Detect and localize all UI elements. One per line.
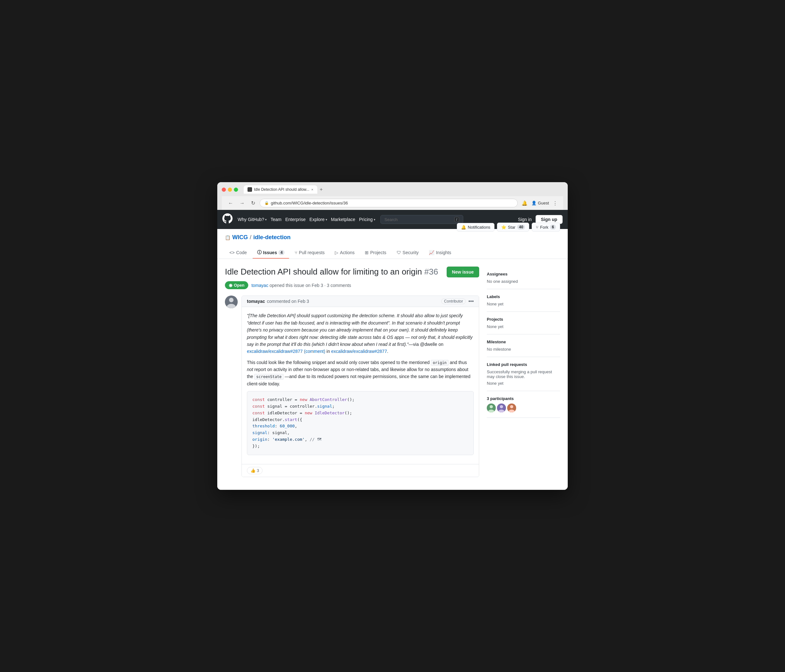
fork-count: 6 — [550, 225, 556, 230]
participant-avatar-3[interactable] — [507, 403, 516, 413]
tab-close-icon[interactable]: × — [311, 188, 313, 191]
link-excalidraw-pr[interactable]: excalidraw/excalidraw#2877 — [332, 349, 387, 354]
milestone-title: Milestone — [487, 339, 560, 344]
thumbsup-emoji: 👍 — [250, 468, 255, 473]
nav-why-github-label: Why GitHub? — [238, 217, 264, 222]
projects-value: None yet — [487, 324, 560, 329]
sidebar-labels: Labels None yet — [487, 289, 560, 312]
user-label: Guest — [538, 201, 549, 205]
avatar — [225, 295, 238, 308]
star-icon: ⭐ — [501, 225, 506, 230]
issue-opened-text: opened this issue on Feb 3 · 3 comments — [269, 283, 351, 288]
close-button[interactable] — [222, 188, 226, 192]
minimize-button[interactable] — [228, 188, 232, 192]
participants-avatars — [487, 403, 560, 413]
code-line-2: const signal = controller.signal; — [252, 403, 468, 410]
tab-title: Idle Detection API should allow... — [254, 187, 310, 192]
repo-org-link[interactable]: WICG — [232, 234, 248, 241]
comment-menu-button[interactable]: ••• — [468, 298, 474, 304]
issue-title: Idle Detection API should allow for limi… — [225, 267, 438, 277]
contributor-badge: Contributor — [441, 298, 466, 304]
more-options-button[interactable]: ⋮ — [552, 199, 559, 207]
linked-pr-value: None yet — [487, 381, 560, 386]
nav-why-github[interactable]: Why GitHub? ▾ — [238, 217, 267, 222]
tab-code[interactable]: <> Code — [225, 247, 251, 258]
repo-actions: 🔔 Notifications ⭐ Star 40 ⑂ Fork 6 — [457, 223, 560, 231]
security-icon: 🛡 — [397, 250, 401, 255]
labels-value: None yet — [487, 302, 560, 306]
repo-header: 📋 WICG / idle-detection 🔔 Notifications … — [217, 229, 568, 259]
maximize-button[interactable] — [234, 188, 238, 192]
notifications-label: Notifications — [468, 225, 490, 230]
new-tab-button[interactable]: + — [318, 185, 325, 194]
nav-marketplace[interactable]: Marketplace — [331, 217, 355, 222]
fork-button[interactable]: ⑂ Fork 6 — [532, 223, 560, 231]
notifications-button[interactable]: 🔔 Notifications — [457, 223, 494, 231]
bell-icon: 🔔 — [461, 225, 466, 230]
search-shortcut: / — [454, 217, 459, 222]
github-logo[interactable] — [222, 213, 233, 225]
tab-pr-label: Pull requests — [299, 250, 325, 255]
code-screenstate: screenState — [254, 374, 283, 380]
tab-issues[interactable]: ⓘ Issues 4 — [253, 247, 289, 259]
star-button[interactable]: ⭐ Star 40 — [497, 223, 529, 231]
refresh-button[interactable]: ↻ — [249, 199, 257, 207]
star-count: 40 — [517, 225, 525, 230]
issue-title-text: Idle Detection API should allow for limi… — [225, 267, 422, 277]
sign-in-link[interactable]: Sign in — [518, 217, 532, 222]
svg-point-10 — [510, 405, 513, 408]
comment-wrapper: tomayac commented on Feb 3 Contributor •… — [225, 295, 479, 477]
comment-header: tomayac commented on Feb 3 Contributor •… — [242, 296, 479, 307]
code-block: const controller = new AbortController()… — [247, 391, 474, 455]
nav-explore-label: Explore — [310, 217, 324, 222]
reaction-count: 3 — [257, 468, 259, 473]
tab-insights[interactable]: 📈 Insights — [424, 247, 455, 258]
pr-icon: ⑂ — [295, 250, 297, 255]
repo-tabs: <> Code ⓘ Issues 4 ⑂ Pull requests ▷ Act… — [225, 247, 560, 259]
status-text: Open — [234, 283, 244, 288]
participant-avatar-2[interactable] — [497, 403, 506, 413]
forward-button[interactable]: → — [238, 199, 247, 207]
status-badge: ◉ Open — [225, 281, 248, 289]
milestone-value: No milestone — [487, 347, 560, 352]
reaction-thumbsup[interactable]: 👍 3 — [247, 467, 263, 474]
repo-name-link[interactable]: idle-detection — [253, 234, 291, 241]
comment-header-left: tomayac commented on Feb 3 — [247, 299, 309, 304]
labels-title: Labels — [487, 294, 560, 299]
svg-point-1 — [229, 298, 233, 302]
address-bar[interactable]: 🔒 github.com/WICG/idle-detection/issues/… — [260, 199, 518, 207]
tab-security-label: Security — [403, 250, 419, 255]
svg-point-7 — [500, 405, 503, 408]
code-line-1: const controller = new AbortController()… — [252, 397, 468, 403]
back-button[interactable]: ← — [226, 199, 235, 207]
comment-author[interactable]: tomayac — [247, 299, 265, 304]
not-em: not — [247, 367, 253, 372]
browser-tab[interactable]: ⬛ Idle Detection API should allow... × — [244, 185, 317, 194]
nav-pricing[interactable]: Pricing ▾ — [359, 217, 375, 222]
url-text: github.com/WICG/idle-detection/issues/36 — [271, 201, 348, 205]
tab-pull-requests[interactable]: ⑂ Pull requests — [290, 247, 329, 258]
linked-pr-desc: Successfully merging a pull request may … — [487, 369, 560, 379]
tab-bar: ⬛ Idle Detection API should allow... × + — [244, 185, 563, 194]
issue-author-link[interactable]: tomayac — [251, 283, 268, 288]
gh-search[interactable]: Search / — [380, 215, 463, 224]
comment-reactions: 👍 3 — [242, 464, 479, 477]
participant-avatar-1[interactable] — [487, 403, 496, 413]
code-line-5: threshold: 60_000, — [252, 423, 468, 430]
new-issue-button[interactable]: New issue — [447, 267, 479, 277]
nav-team[interactable]: Team — [271, 217, 281, 222]
notifications-icon[interactable]: 🔔 — [520, 199, 529, 207]
user-menu[interactable]: 👤 Guest — [532, 201, 549, 205]
sidebar-projects: Projects None yet — [487, 312, 560, 334]
issues-icon: ⓘ — [257, 250, 261, 255]
nav-enterprise[interactable]: Enterprise — [285, 217, 305, 222]
tab-security[interactable]: 🛡 Security — [392, 247, 424, 258]
nav-explore[interactable]: Explore ▾ — [310, 217, 327, 222]
tab-actions[interactable]: ▷ Actions — [330, 247, 359, 258]
fork-label: Fork — [540, 225, 548, 230]
browser-window: ⬛ Idle Detection API should allow... × +… — [217, 182, 568, 489]
projects-title: Projects — [487, 317, 560, 322]
comment-para-2: This could look like the following snipp… — [247, 359, 474, 388]
link-excalidraw-comment[interactable]: excalidraw/excalidraw#2877 (comment) — [247, 349, 325, 354]
tab-projects[interactable]: ⊞ Projects — [360, 247, 391, 258]
